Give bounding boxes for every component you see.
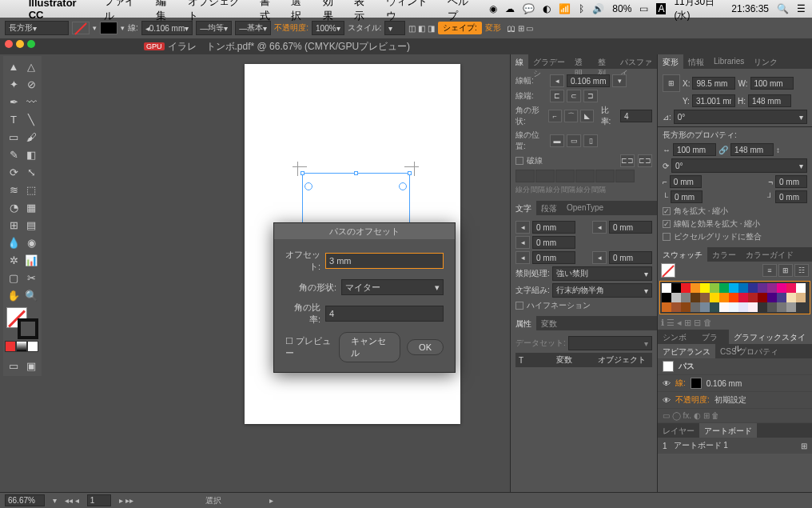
swatch-item[interactable] xyxy=(662,293,671,302)
tab-pathfinder[interactable]: パスファイ xyxy=(615,54,657,69)
evernote-icon[interactable]: ◉ xyxy=(489,3,497,14)
misc-icons[interactable]: 🕮 ⊞ ▭ xyxy=(508,24,534,33)
swatch-item[interactable] xyxy=(738,302,748,312)
window-minimize[interactable] xyxy=(16,40,24,48)
swatch-item[interactable] xyxy=(796,283,806,293)
reference-point[interactable]: ⊞ xyxy=(663,74,680,92)
swatch-item[interactable] xyxy=(729,302,738,312)
swatch-item[interactable] xyxy=(786,302,796,312)
tab-attributes[interactable]: 属性 xyxy=(511,316,536,330)
swatch-item[interactable] xyxy=(671,293,681,302)
shaper-tool[interactable]: ✎ xyxy=(5,146,22,163)
style-dropdown[interactable]: ▾ xyxy=(384,21,405,35)
symbol-sprayer-tool[interactable]: ✲ xyxy=(5,251,22,269)
color-mode-none[interactable] xyxy=(27,341,38,352)
menu-object[interactable]: オブジェクト xyxy=(188,0,249,23)
tab-links[interactable]: リンク xyxy=(749,54,782,69)
rectangle-tool[interactable]: ▭ xyxy=(5,128,22,146)
artboard-nav-next[interactable]: ▸ ▸▸ xyxy=(119,496,133,505)
swatch-item[interactable] xyxy=(662,302,671,312)
menubar-date[interactable]: 11月30日(水) xyxy=(674,0,723,22)
ok-button[interactable]: OK xyxy=(407,339,444,355)
hand-tool[interactable]: ✋ xyxy=(5,286,22,304)
mesh-tool[interactable]: ⊞ xyxy=(5,216,22,234)
swatch-item[interactable] xyxy=(796,293,806,302)
cap-butt[interactable]: ⊏ xyxy=(550,90,564,102)
stroke-dash-dropdown[interactable]: — 均等 ▾ xyxy=(196,21,232,35)
stroke-swatch[interactable] xyxy=(100,22,117,34)
swatch-item[interactable] xyxy=(691,283,700,293)
color-mode-red[interactable] xyxy=(5,341,16,352)
blend-tool[interactable]: ◉ xyxy=(22,234,40,251)
notif-icon[interactable]: ☰ xyxy=(797,3,806,14)
swatch-item[interactable] xyxy=(700,283,710,293)
tab-info[interactable]: 情報 xyxy=(683,54,709,69)
swatch-item[interactable] xyxy=(777,283,786,293)
cap-round[interactable]: ⊂ xyxy=(567,90,581,102)
tab-brushes[interactable]: ブラシ xyxy=(697,330,729,344)
window-zoom[interactable] xyxy=(27,40,35,48)
stroke-width-input[interactable]: ◂ 0.106 mm ▾ xyxy=(141,21,193,35)
swatch-item[interactable] xyxy=(767,293,777,302)
tab-stroke[interactable]: 線 xyxy=(511,54,528,69)
menu-window[interactable]: ウィンドウ xyxy=(386,0,437,23)
siri-icon[interactable]: ◐ xyxy=(543,3,551,14)
miter-ratio-field[interactable] xyxy=(620,110,652,122)
eyedropper-tool[interactable]: 💧 xyxy=(5,234,22,251)
transform-link[interactable]: 変形 xyxy=(485,22,501,34)
align-inside[interactable]: ▭ xyxy=(567,134,581,147)
swatch-item[interactable] xyxy=(681,283,691,293)
artboard-number-field[interactable] xyxy=(87,494,111,506)
menu-effect[interactable]: 効果 xyxy=(323,0,343,23)
stepper-down[interactable]: ◂ xyxy=(550,74,564,87)
menu-format[interactable]: 書式 xyxy=(260,0,280,23)
slice-tool[interactable]: ✂ xyxy=(22,269,40,286)
swatch-grid[interactable] xyxy=(659,281,810,314)
swatch-item[interactable] xyxy=(719,283,729,293)
swatch-item[interactable] xyxy=(777,293,786,302)
color-mode-gradient[interactable] xyxy=(16,341,27,352)
tab-graphicstyles[interactable]: グラフィックスタイル xyxy=(729,330,812,344)
swatch-item[interactable] xyxy=(748,302,758,312)
menu-view[interactable]: 表示 xyxy=(354,0,374,23)
swatch-item[interactable] xyxy=(748,293,758,302)
join-bevel[interactable]: ◣ xyxy=(580,110,594,122)
selection-tool[interactable]: ▲ xyxy=(5,58,22,75)
bluetooth-icon[interactable]: ᛒ xyxy=(579,3,584,14)
rect-h-field[interactable] xyxy=(730,143,774,156)
pen-tool[interactable]: ✒ xyxy=(5,93,22,110)
type-tool[interactable]: T xyxy=(5,110,22,128)
document-title[interactable]: イラレ トンボ.pdf* @ 66.67% (CMYK/GPUプレビュー) xyxy=(168,40,411,54)
swatch-item[interactable] xyxy=(767,302,777,312)
swatch-item[interactable] xyxy=(671,302,681,312)
tab-transform[interactable]: 変形 xyxy=(658,54,683,69)
swatch-item[interactable] xyxy=(758,302,767,312)
tab-align[interactable]: 整列 xyxy=(593,54,615,69)
swatch-item[interactable] xyxy=(729,293,738,302)
swatch-item[interactable] xyxy=(681,302,691,312)
swatch-item[interactable] xyxy=(777,302,786,312)
swatch-item[interactable] xyxy=(738,293,748,302)
tab-character[interactable]: 文字 xyxy=(511,201,536,215)
rect-w-field[interactable] xyxy=(673,143,716,156)
swatch-item[interactable] xyxy=(758,293,767,302)
swatch-item[interactable] xyxy=(719,293,729,302)
miter-input[interactable] xyxy=(325,306,444,322)
zoom-tool[interactable]: 🔍 xyxy=(22,286,40,304)
lasso-tool[interactable]: ⊘ xyxy=(22,75,40,93)
swatch-item[interactable] xyxy=(710,283,719,293)
gradient-tool[interactable]: ▤ xyxy=(22,216,40,234)
shape-button[interactable]: シェイプ: xyxy=(438,22,482,34)
magic-wand-tool[interactable]: ✦ xyxy=(5,75,22,93)
tab-paragraph[interactable]: 段落 xyxy=(536,201,562,215)
screen-mode-full[interactable]: ▣ xyxy=(22,357,40,374)
align-outside[interactable]: ▯ xyxy=(583,134,598,147)
perspective-tool[interactable]: ▦ xyxy=(22,198,40,216)
w-field[interactable] xyxy=(750,77,794,90)
swatch-item[interactable] xyxy=(671,283,681,293)
brush-tool[interactable]: 🖌 xyxy=(22,128,40,146)
tab-colorguide[interactable]: カラーガイド xyxy=(741,247,798,262)
stroke-width-field[interactable] xyxy=(567,74,610,87)
dash-checkbox[interactable] xyxy=(515,157,523,165)
cloud-icon[interactable]: ☁ xyxy=(505,3,515,14)
